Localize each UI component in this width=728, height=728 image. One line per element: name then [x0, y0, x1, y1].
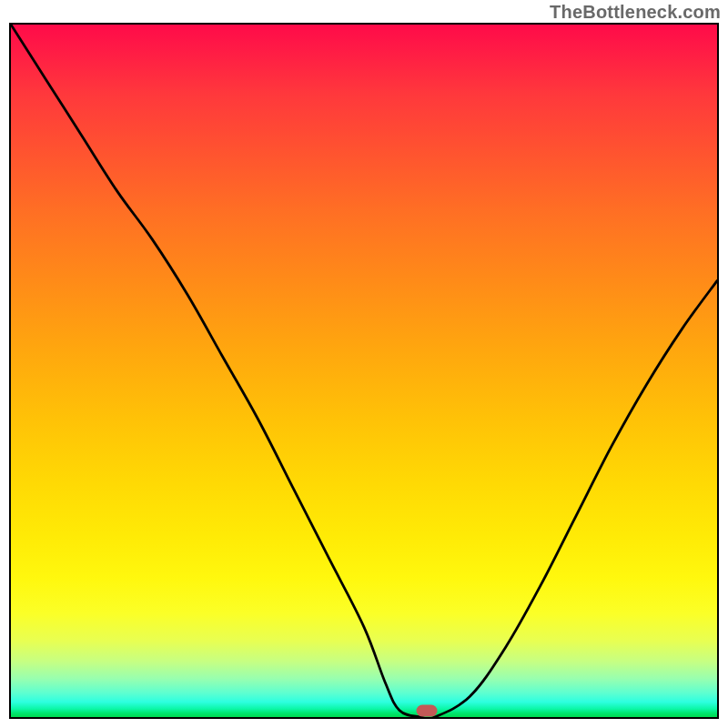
bottleneck-curve [11, 25, 717, 717]
chart-container: TheBottleneck.com [0, 0, 728, 728]
watermark-text: TheBottleneck.com [550, 2, 721, 23]
optimal-marker [417, 705, 438, 717]
plot-area [9, 23, 719, 719]
